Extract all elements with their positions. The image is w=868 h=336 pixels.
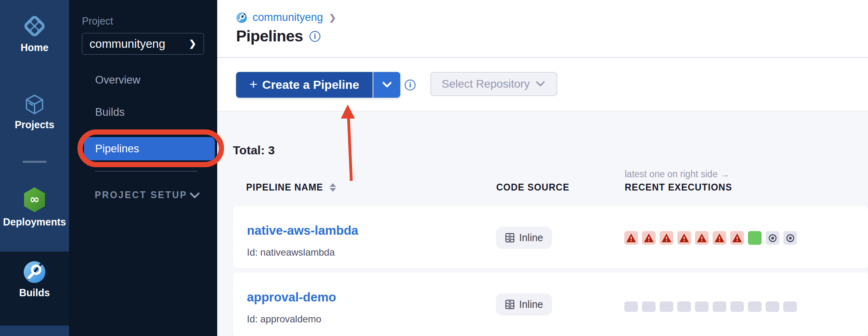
rail-label-builds: Builds: [0, 287, 69, 299]
pipeline-id: Id: nativeawslambda: [247, 247, 335, 258]
plus-icon: +: [249, 76, 257, 92]
sidebar-divider: [95, 171, 198, 172]
pipeline-id: Id: approvaldemo: [247, 313, 321, 325]
execution-status-failed[interactable]: [642, 231, 656, 245]
execution-status-failed[interactable]: [677, 231, 691, 245]
aborted-icon: [768, 233, 778, 243]
rail-item-home[interactable]: Home: [0, 14, 69, 53]
title-info-icon[interactable]: i: [310, 31, 320, 42]
column-header-recent-executions: RECENT EXECUTIONS: [625, 182, 732, 193]
create-pipeline-button[interactable]: + Create a Pipeline: [236, 72, 400, 98]
chevron-down-icon[interactable]: [188, 191, 202, 200]
code-source-badge: Inline: [496, 293, 552, 316]
failed-icon: [626, 233, 636, 243]
create-pipeline-dropdown-toggle[interactable]: [373, 72, 400, 98]
toolbar: + Create a Pipeline i Select Repository: [217, 58, 868, 111]
execution-status-empty: [783, 301, 797, 312]
execution-status-aborted[interactable]: [766, 231, 779, 245]
pipeline-row-native-aws-lambda[interactable]: native-aws-lambda Id: nativeawslambda In…: [233, 206, 868, 268]
execution-status-failed[interactable]: [713, 231, 726, 245]
execution-status-success[interactable]: [748, 231, 762, 245]
create-pipeline-label: Create a Pipeline: [262, 78, 359, 92]
project-selector[interactable]: communityeng ❯: [82, 33, 204, 55]
ci-module-icon: [236, 12, 247, 23]
repository-select[interactable]: Select Repository: [430, 72, 557, 96]
recent-executions-strip: [624, 301, 797, 312]
aborted-icon: [785, 233, 795, 243]
rail-bottom-section-bg: [0, 326, 69, 336]
rail-item-projects[interactable]: Projects: [0, 93, 69, 131]
column-header-code-source: CODE SOURCE: [496, 182, 569, 193]
failed-icon: [714, 233, 725, 243]
execution-status-failed[interactable]: [624, 231, 638, 245]
project-sidebar: Project communityeng ❯ Overview Builds P…: [69, 0, 217, 336]
sidebar-item-pipelines-label: Pipelines: [95, 143, 139, 155]
chevron-right-icon: ❯: [189, 39, 196, 49]
rail-item-deployments[interactable]: ∞ Deployments: [0, 186, 69, 228]
column-header-pipeline-name[interactable]: PIPELINE NAME: [246, 182, 336, 193]
execution-status-empty: [677, 301, 691, 312]
deployments-icon: ∞: [23, 186, 46, 213]
create-pipeline-info-icon[interactable]: i: [405, 80, 416, 90]
home-icon: [22, 14, 47, 39]
svg-text:∞: ∞: [30, 192, 40, 206]
failed-icon: [661, 233, 672, 243]
pipelines-list: Total: 3 latest one on right side → PIPE…: [217, 111, 868, 336]
execution-status-aborted[interactable]: [783, 231, 797, 245]
project-selector-value: communityeng: [90, 37, 165, 51]
breadcrumb-chevron-icon: ❯: [329, 13, 336, 23]
projects-icon: [23, 93, 46, 116]
execution-status-empty: [642, 301, 656, 312]
chevron-down-icon: [381, 80, 393, 89]
execution-status-failed[interactable]: [695, 231, 709, 245]
execution-status-failed[interactable]: [660, 231, 673, 245]
execution-status-empty: [713, 301, 726, 312]
rail-item-builds[interactable]: Builds: [0, 260, 69, 299]
failed-icon: [679, 233, 689, 243]
repository-select-placeholder: Select Repository: [442, 78, 530, 90]
pipeline-name-link[interactable]: native-aws-lambda: [247, 223, 358, 238]
project-section-label: Project: [82, 15, 113, 27]
inline-store-icon: [505, 232, 515, 243]
sidebar-item-pipelines-active[interactable]: Pipelines: [84, 137, 215, 160]
breadcrumb: communityeng ❯: [236, 11, 336, 24]
failed-icon: [697, 233, 707, 243]
execution-status-empty: [695, 301, 709, 312]
pipeline-name-link[interactable]: approval-demo: [247, 290, 336, 305]
execution-status-empty: [748, 301, 762, 312]
failed-icon: [644, 233, 654, 243]
executions-note: latest one on right side →: [625, 169, 729, 180]
chevron-down-icon: [535, 80, 546, 88]
module-rail: Home Projects ∞ Deployment: [0, 0, 69, 336]
rail-divider: [22, 161, 47, 163]
sidebar-item-builds[interactable]: Builds: [95, 106, 125, 119]
page-title: Pipelines: [236, 27, 303, 45]
pipeline-row-approval-demo[interactable]: approval-demo Id: approvaldemo Inline: [233, 272, 868, 336]
total-count: Total: 3: [233, 143, 275, 157]
sidebar-item-overview[interactable]: Overview: [95, 74, 141, 86]
sort-icon[interactable]: [330, 183, 336, 192]
builds-icon: [23, 260, 46, 284]
main-content: communityeng ❯ Pipelines i + Create a Pi…: [217, 0, 868, 336]
rail-label-deployments: Deployments: [0, 216, 69, 228]
execution-status-empty: [766, 301, 779, 312]
failed-icon: [732, 233, 742, 243]
rail-label-projects: Projects: [0, 119, 69, 131]
inline-store-icon: [505, 299, 515, 310]
recent-executions-strip: [624, 231, 797, 245]
breadcrumb-project-link[interactable]: communityeng: [253, 11, 323, 24]
execution-status-failed[interactable]: [730, 231, 744, 245]
rail-label-home: Home: [0, 42, 69, 53]
pipelines-page: Home Projects ∞ Deployment: [0, 0, 868, 336]
project-setup-toggle[interactable]: PROJECT SETUP: [95, 190, 187, 201]
execution-status-empty: [660, 301, 673, 312]
execution-status-empty: [730, 301, 744, 312]
execution-status-empty: [624, 301, 638, 312]
code-source-badge: Inline: [496, 227, 552, 249]
